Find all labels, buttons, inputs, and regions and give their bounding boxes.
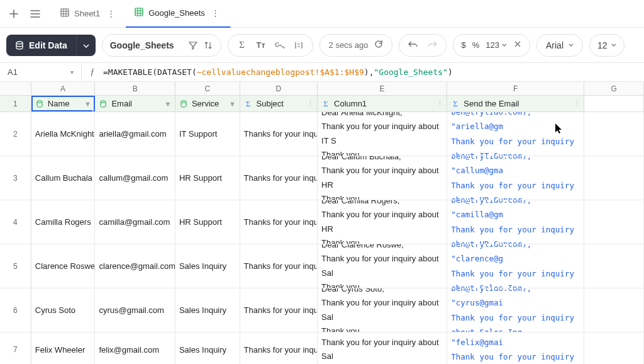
cell-subject[interactable]: Thanks for your inqui xyxy=(240,288,318,332)
header-cell-name[interactable]: Name ▼ xyxy=(31,96,96,111)
number-format-dropdown[interactable]: 123 xyxy=(486,40,507,50)
cell-formula[interactable]: SENDGMAIL([] ben@trylido.com), "cyrus@gm… xyxy=(447,288,584,332)
select-all-corner[interactable] xyxy=(0,82,31,95)
cell-service[interactable]: HR Support xyxy=(175,200,240,244)
cell-empty[interactable] xyxy=(584,333,644,364)
column-header-c[interactable]: C xyxy=(175,82,240,95)
refresh-icon[interactable] xyxy=(374,40,383,50)
edit-data-button[interactable]: Edit Data xyxy=(6,35,76,56)
cell-formula[interactable]: SENDGMAIL([] ben@trylido.com), "clarence… xyxy=(447,244,584,288)
cell-name[interactable]: Felix Wheeler xyxy=(31,333,96,364)
header-cell-column1[interactable]: Σ Column1 ⋮ xyxy=(318,96,447,111)
cell-email[interactable]: camilla@gmail.com xyxy=(95,200,175,244)
chevron-down-icon xyxy=(569,43,574,47)
chevron-down-icon xyxy=(611,43,616,47)
cell-email[interactable]: felix@gmail.com xyxy=(95,333,175,364)
cell-service[interactable]: HR Support xyxy=(175,156,240,200)
column-options-icon[interactable]: ⋮ xyxy=(435,100,444,108)
cell-subject[interactable]: Thanks for your inqui xyxy=(240,200,318,244)
link-icon[interactable] xyxy=(275,40,285,50)
tabs-menu-button[interactable] xyxy=(26,5,44,23)
add-tab-button[interactable] xyxy=(5,5,23,23)
tab-sheet1[interactable]: Sheet1 ⋮ xyxy=(52,0,126,28)
filter-icon[interactable]: ▼ xyxy=(164,100,172,108)
header-cell-send-email[interactable]: Σ Send the Email ⋮ xyxy=(447,96,584,111)
cell-formula[interactable]: SENDGMAIL([] ben@trylido.com), "camilla@… xyxy=(447,200,584,244)
cell-empty[interactable] xyxy=(584,200,644,244)
percent-icon[interactable]: % xyxy=(472,40,480,50)
row-gutter[interactable]: 5 xyxy=(0,244,31,288)
cell-service[interactable]: Sales Inquiry xyxy=(175,244,240,288)
cell-email[interactable]: ariella@gmail.com xyxy=(95,112,175,156)
cell-name[interactable]: Ariella McKnight xyxy=(31,112,96,156)
cell-body[interactable]: Dear Cyrus Soto,Thank you for your inqui… xyxy=(318,288,447,332)
column-header-b[interactable]: B xyxy=(95,82,175,95)
cell-body[interactable]: Dear Ariella McKnight,Thank you for your… xyxy=(318,112,447,156)
redo-icon[interactable] xyxy=(427,40,437,50)
cell-formula[interactable]: SENDGMAIL([] ben@trylido.com), "felix@gm… xyxy=(447,333,584,364)
font-family-dropdown[interactable]: Arial xyxy=(536,34,583,57)
cell-body[interactable]: Dear Felix Wheeler,Thank you for your in… xyxy=(318,333,447,364)
filter-icon[interactable]: ▼ xyxy=(228,100,237,108)
column-header-f[interactable]: F xyxy=(447,82,584,95)
filter-icon[interactable] xyxy=(188,40,198,50)
cell-body[interactable]: Dear Camilla Rogers,Thank you for your i… xyxy=(318,200,447,244)
split-icon[interactable] xyxy=(294,40,304,50)
cell-email[interactable]: clarence@gmail.com xyxy=(95,244,175,288)
cell-formula[interactable]: SENDGMAIL([] ben@trylido.com), "ariella@… xyxy=(447,112,584,156)
filter-icon[interactable]: ▼ xyxy=(83,100,92,108)
row-gutter[interactable]: 4 xyxy=(0,200,31,244)
cell-empty[interactable] xyxy=(584,244,644,288)
row-gutter[interactable]: 6 xyxy=(0,288,31,332)
cell-empty[interactable] xyxy=(584,156,644,200)
row-gutter[interactable]: 7 xyxy=(0,333,31,364)
header-cell-subject[interactable]: Σ Subject ⋮ xyxy=(240,96,318,111)
column-options-icon[interactable]: ⋮ xyxy=(572,100,581,108)
column-header-g[interactable]: G xyxy=(584,82,644,95)
tab-options-icon[interactable]: ⋮ xyxy=(210,8,221,18)
row-gutter[interactable]: 1 xyxy=(0,96,31,111)
tab-label: Google_Sheets xyxy=(148,8,205,18)
header-cell-email[interactable]: Email ▼ xyxy=(95,96,175,111)
row-gutter[interactable]: 3 xyxy=(0,156,31,200)
row-gutter[interactable]: 2 xyxy=(0,112,31,156)
cell-name[interactable]: Cyrus Soto xyxy=(31,288,96,332)
cell-service[interactable]: Sales Inquiry xyxy=(175,333,240,364)
undo-icon[interactable] xyxy=(408,40,418,50)
cell-subject[interactable]: Thanks for your inqui xyxy=(240,333,318,364)
cell-email[interactable]: cyrus@gmail.com xyxy=(95,288,175,332)
column-header-d[interactable]: D xyxy=(240,82,318,95)
cell-subject[interactable]: Thanks for your inqui xyxy=(240,244,318,288)
cell-email[interactable]: callum@gmail.com xyxy=(95,156,175,200)
cell-service[interactable]: Sales Inquiry xyxy=(175,288,240,332)
source-pill[interactable]: Google_Sheets xyxy=(102,34,221,57)
sigma-icon[interactable]: Σ xyxy=(237,40,247,50)
currency-icon[interactable]: $ xyxy=(461,40,465,50)
sort-icon[interactable] xyxy=(203,40,213,50)
font-size-dropdown[interactable]: 12 xyxy=(589,34,625,57)
cell-name[interactable]: Clarence Roswe xyxy=(31,244,96,288)
tab-google-sheets[interactable]: Google_Sheets ⋮ xyxy=(126,0,231,28)
cell-empty[interactable] xyxy=(584,288,644,332)
cell-name[interactable]: Camilla Rogers xyxy=(31,200,96,244)
cell-reference-box[interactable]: A1 ▾ xyxy=(0,63,82,81)
strikethrough-icon[interactable] xyxy=(513,40,522,50)
header-cell-g[interactable] xyxy=(584,96,644,111)
cell-name[interactable]: Callum Buchala xyxy=(31,156,96,200)
cell-service[interactable]: IT Support xyxy=(175,112,240,156)
header-label: Email xyxy=(111,99,132,108)
column-header-a[interactable]: A xyxy=(31,82,96,95)
column-header-e[interactable]: E xyxy=(318,82,447,95)
text-format-icon[interactable]: Tт xyxy=(256,40,266,50)
cell-formula[interactable]: SENDGMAIL([] ben@trylido.com), "callum@g… xyxy=(447,156,584,200)
column-options-icon[interactable]: ⋮ xyxy=(306,100,314,108)
cell-empty[interactable] xyxy=(584,112,644,156)
edit-data-dropdown[interactable] xyxy=(76,35,96,56)
cell-subject[interactable]: Thanks for your inqui xyxy=(240,112,318,156)
cell-body[interactable]: Dear Clarence Roswe,Thank you for your i… xyxy=(318,244,447,288)
tab-options-icon[interactable]: ⋮ xyxy=(105,9,116,18)
cell-subject[interactable]: Thanks for your inqui xyxy=(240,156,318,200)
header-cell-service[interactable]: Service ▼ xyxy=(175,96,240,111)
formula-input[interactable]: =MAKETABLE(DATASET(~cellvaluechangeblogp… xyxy=(103,67,453,77)
cell-body[interactable]: Dear Callum Buchala,Thank you for your i… xyxy=(318,156,447,200)
